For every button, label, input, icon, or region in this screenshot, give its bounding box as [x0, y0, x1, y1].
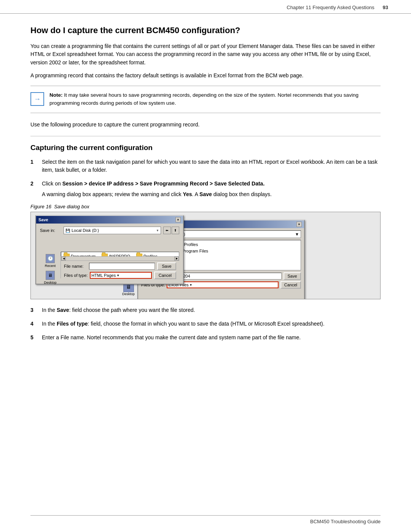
dialog1-filetype-combo[interactable]: HTML Pages ▼: [90, 272, 151, 279]
recent-icon-item[interactable]: 🕐 Recent: [45, 254, 56, 268]
save-dialog-html: Save × Save in: 💾 Local Disk (D:) ▼ ⬅ ⬆: [35, 215, 184, 284]
up-button[interactable]: ⬆: [172, 227, 179, 234]
chapter-text: Chapter 11 Frequently Asked Questions: [287, 5, 374, 10]
scroll-left-button[interactable]: ◀: [61, 257, 66, 260]
step-2-bold: Session > device IP address > Save Progr…: [62, 181, 265, 187]
dialog1-savein-combo[interactable]: 💾 Local Disk (D:) ▼: [64, 227, 161, 234]
dialog1-title: Save: [38, 217, 48, 222]
toolbar-buttons: ⬅ ⬆: [163, 227, 179, 234]
chapter-page-info: Chapter 11 Frequently Asked Questions 93: [287, 5, 388, 10]
back-button[interactable]: ⬅: [163, 227, 171, 234]
divider: [30, 136, 381, 136]
dialog1-savein-label: Save in:: [40, 228, 61, 233]
savein-arrow-icon: ▼: [156, 229, 159, 232]
step-2: 2 Click on Session > device IP address >…: [30, 180, 381, 198]
step-2-number: 2: [30, 180, 37, 188]
step-4-bold: Files of type: [57, 321, 88, 327]
step-4-number: 4: [30, 320, 37, 328]
dialog1-middle-area: 🕐 Recent 🖥 Desktop Documentum: [40, 236, 179, 278]
scroll-right-button[interactable]: ▶: [174, 257, 179, 260]
step-2-save: Save: [199, 191, 212, 197]
dialog2-cancel-button[interactable]: Cancel: [280, 281, 301, 289]
step-3-text: In the Save: field choose the path where…: [42, 306, 381, 315]
recent-label: Recent: [45, 264, 56, 268]
page-footer: BCM450 Troubleshooting Guide: [30, 515, 381, 524]
dialog1-cancel-button[interactable]: Cancel: [154, 272, 176, 279]
screenshot-container: Save × Save in: al Disk (D:) ▼: [30, 212, 381, 299]
step-1-text: Select the item on the task navigation p…: [42, 158, 381, 174]
desktop-shortcut-label: Desktop: [122, 292, 135, 296]
note-body-text: It may take several hours to save progra…: [49, 92, 358, 106]
disk-icon: 💾: [65, 228, 70, 233]
section1-paragraph2: A programming record that contains the f…: [30, 72, 381, 80]
dialog1-titlebar: Save ×: [36, 216, 183, 224]
steps-after-list: 3 In the Save: field choose the path whe…: [30, 306, 381, 342]
filetype-arrow-icon: ▼: [116, 274, 119, 277]
step-3-bold: Save: [57, 307, 69, 313]
figure-label: Figure 16: [30, 204, 51, 209]
dialog2-savein-arrow: ▼: [295, 232, 299, 236]
step-3: 3 In the Save: field choose the path whe…: [30, 306, 381, 315]
note-text-content: Note: It may take several hours to save …: [49, 91, 381, 107]
step-2-yes: Yes: [183, 191, 192, 197]
figure-caption: Figure 16 Save dialog box: [30, 204, 381, 209]
dialog1-filename-row: File name: Save: [64, 262, 176, 270]
dialog1-save-button[interactable]: Save: [157, 262, 176, 270]
section1-title: How do I capture the current BCM450 conf…: [30, 25, 381, 36]
dialog1-fields-area: File name: Save Files of type: HTML Page…: [61, 261, 179, 278]
section1-paragraph1: You can create a programming file that c…: [30, 42, 381, 67]
step-5-text: Enter a File name. Nortel recommends tha…: [42, 334, 381, 342]
dialog2-filetype-arrow: ▼: [190, 283, 193, 287]
step-5: 5 Enter a File name. Nortel recommends t…: [30, 334, 381, 342]
note-icon: →: [30, 92, 44, 106]
desktop-icon-img: 🖥: [46, 271, 55, 280]
step-5-number: 5: [30, 334, 37, 342]
arrow-icon: →: [34, 95, 41, 103]
step-4-text: In the Files of type: field, choose the …: [42, 320, 381, 328]
dialog2-save-button[interactable]: Save: [284, 272, 301, 280]
steps-list: 1 Select the item on the task navigation…: [30, 158, 381, 199]
desktop-icon-item[interactable]: 🖥 Desktop: [44, 271, 56, 284]
desktop-label: Desktop: [44, 281, 56, 284]
dialog1-savein-row: Save in: 💾 Local Disk (D:) ▼ ⬅ ⬆: [40, 227, 179, 234]
procedure-intro: Use the following procedure to capture t…: [30, 121, 381, 129]
recent-icon: 🕐: [46, 254, 55, 263]
page-content: How do I capture the current BCM450 conf…: [0, 14, 411, 362]
horizontal-scrollbar[interactable]: ◀ ▶: [61, 256, 179, 261]
dialog1-filetype-label: Files of type:: [64, 273, 88, 278]
dialog1-savein-value: Local Disk (D:): [72, 228, 155, 233]
dialog2-close-button[interactable]: ×: [296, 222, 302, 227]
step-3-number: 3: [30, 306, 37, 315]
dialog1-filetype-row: Files of type: HTML Pages ▼ Cancel: [64, 272, 176, 279]
page-header: Chapter 11 Frequently Asked Questions 93: [0, 0, 411, 14]
dialog2-folder-name2: Profiles: [184, 242, 198, 247]
step-2-text: Click on Session > device IP address > S…: [42, 180, 381, 198]
dialog1-body: Save in: 💾 Local Disk (D:) ▼ ⬅ ⬆: [36, 224, 183, 284]
dialog1-left-panel: 🕐 Recent 🖥 Desktop: [40, 252, 61, 278]
scroll-track: [66, 257, 174, 260]
footer-right: BCM450 Troubleshooting Guide: [310, 519, 381, 524]
step-1: 1 Select the item on the task navigation…: [30, 158, 381, 174]
page-number: 93: [383, 5, 388, 10]
dialog1-filetype-value: HTML Pages: [91, 273, 116, 278]
note-box: → Note: It may take several hours to sav…: [30, 86, 381, 113]
figure-caption-text: Save dialog box: [54, 204, 89, 209]
dialog1-close-button[interactable]: ×: [175, 217, 181, 222]
dialog1-filename-input[interactable]: [89, 263, 155, 270]
step-4: 4 In the Files of type: field, choose th…: [30, 320, 381, 328]
dialog1-filename-label: File name:: [64, 264, 87, 268]
step-2-sub: A warning dialog box appears; review the…: [42, 190, 381, 199]
section2-title: Capturing the current configuration: [30, 143, 381, 153]
step-1-number: 1: [30, 158, 37, 166]
dialog2-folder-name4: Program Files: [182, 249, 208, 253]
note-label: Note:: [49, 92, 63, 98]
